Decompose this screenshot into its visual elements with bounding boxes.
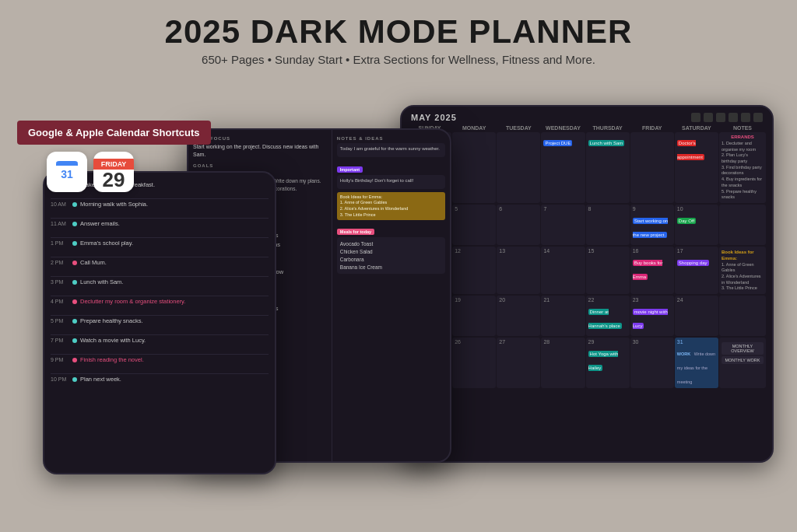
cell-w5-2: 26	[452, 338, 496, 388]
daily-dot	[72, 280, 77, 285]
daily-row-4pm: 4 PM Declutter my room & organize statio…	[51, 297, 269, 314]
day-wed: WEDNESDAY	[541, 125, 585, 131]
daily-dot	[72, 358, 77, 362]
goals-label: GOALS	[193, 163, 327, 168]
calendar-header: MAY 2025	[402, 107, 772, 125]
ctrl-1[interactable]	[691, 113, 700, 122]
calendar-weeks: Project DUE Lunch with Sam Doctor's appo…	[408, 132, 766, 388]
ctrl-3[interactable]	[716, 113, 725, 122]
week-3: 11 12 13 14 15 16 Buy books for Emma 17 …	[408, 247, 766, 294]
notes-week2	[719, 205, 766, 245]
event-newproject: Start working on the new project.	[633, 218, 668, 238]
cell-w5-6: 30	[630, 338, 674, 388]
ctrl-6[interactable]	[753, 113, 763, 122]
meals-badge: Meals for today	[337, 229, 374, 235]
apple-calendar-icon: Friday 29	[93, 152, 134, 192]
ctrl-5[interactable]	[741, 113, 750, 122]
monthly-overview-btn[interactable]: MONTHLY OVERVIEW	[722, 342, 764, 355]
week-4: 18 19 20 21 22 Dinner at Hannah's place …	[408, 296, 766, 336]
cell-w3-6: 16 Buy books for Emma	[630, 247, 674, 294]
header-section: 2025 DARK MODE PLANNER 650+ Pages • Sund…	[0, 0, 797, 66]
daily-dot	[72, 319, 77, 324]
daily-row-10pm: 10 PM Plan next week.	[51, 375, 269, 392]
cell-w4-3: 20	[497, 296, 540, 336]
daily-row-2pm: 2 PM Call Mum.	[51, 258, 269, 275]
day-headers: SUNDAY MONDAY TUESDAY WEDNESDAY THURSDAY…	[408, 125, 766, 131]
important-card: Holly's Birthday! Don't forget to call!	[337, 175, 445, 189]
cell-w1-5: Lunch with Sam	[586, 132, 630, 203]
event-dinner: Dinner at Hannah's place	[588, 309, 622, 329]
weekly-right: NOTES & IDEAS Today I am grateful for th…	[332, 130, 450, 461]
day-thu: THURSDAY	[586, 125, 630, 131]
event-books: Buy books for Emma	[633, 260, 663, 280]
daily-dot	[72, 338, 77, 343]
week-2: 4 5 6 7 8 9 Start working on the new pro…	[408, 205, 766, 245]
ctrl-4[interactable]	[729, 113, 738, 122]
event-doctor: Doctor's appointment	[677, 140, 704, 160]
cell-w4-5: 22 Dinner at Hannah's place	[586, 296, 630, 336]
svg-rect-2	[56, 164, 78, 166]
cell-w5-5: 29 Hot Yoga with Hailey	[586, 338, 630, 388]
cell-w2-2: 5	[452, 205, 496, 245]
daily-row-5pm: 5 PM Prepare healthy snacks.	[51, 317, 269, 334]
notes-week3: Book Ideas for Emma: 1. Anne of Green Ga…	[719, 247, 766, 294]
event-shopping: Shopping day	[677, 260, 709, 266]
notes-week1: ERRANDS 1. Declutter and organise my roo…	[719, 132, 766, 203]
daily-row-10am: 10 AM Morning walk with Sophia.	[51, 200, 269, 217]
event-dayoff: Day Off	[677, 218, 696, 224]
cell-w1-7: Doctor's appointment	[675, 132, 718, 203]
calendar-icons: 31 Friday 29	[47, 152, 134, 192]
week-1: Project DUE Lunch with Sam Doctor's appo…	[408, 132, 766, 203]
apple-cal-date: 29	[103, 170, 125, 192]
daily-dot	[72, 202, 77, 207]
cell-w4-7: 24	[675, 296, 718, 336]
daily-row-3pm: 3 PM Lunch with Sam.	[51, 278, 269, 295]
notes-label: NOTES & IDEAS	[337, 136, 445, 141]
book-list-card: Book Ideas for Emma: 1. Anne of Green Ga…	[337, 192, 445, 221]
daily-dot	[72, 299, 77, 304]
event-yoga: Hot Yoga with Hailey	[588, 351, 619, 371]
daily-dot	[72, 222, 77, 226]
meals-card: Avocado Toast Chicken Salad Carbonara Ba…	[337, 237, 445, 274]
event-project: Project DUE	[543, 140, 572, 146]
cell-w4-6: 23 movie night with Lucy	[630, 296, 674, 336]
daily-row-7pm: 7 PM Watch a movie with Lucy.	[51, 336, 269, 353]
cell-w5-7: 31 WORK Write down my ideas for the meet…	[675, 338, 718, 388]
cell-w4-4: 21	[541, 296, 585, 336]
cell-w4-2: 19	[452, 296, 496, 336]
monthly-overview-buttons: MONTHLY OVERVIEW MONTHLY WORK	[722, 342, 764, 364]
important-text: Holly's Birthday! Don't forget to call!	[340, 178, 442, 184]
cell-w3-5: 15	[586, 247, 630, 294]
event-lunch: Lunch with Sam	[588, 140, 625, 146]
cell-w1-4: Project DUE	[541, 132, 585, 203]
notes-week4	[719, 296, 766, 336]
cell-w2-5: 8	[586, 205, 630, 245]
day-sat: SATURDAY	[675, 125, 718, 131]
daily-dot	[72, 261, 77, 265]
main-focus-text: Start working on the project. Discuss ne…	[193, 143, 327, 159]
week-5: 25 26 27 28 29 Hot Yoga with Hailey 30 3…	[408, 338, 766, 388]
monthly-work-btn[interactable]: MONTHLY WORK	[722, 356, 764, 364]
cell-w2-7: 10 Day Off	[675, 205, 718, 245]
day-fri: FRIDAY	[630, 125, 674, 131]
notes-week5: MONTHLY OVERVIEW MONTHLY WORK	[719, 338, 766, 388]
important-badge: Important	[337, 166, 363, 173]
daily-planner-inner: 8 AM Wake up & have a breakfast. 10 AM M…	[44, 173, 275, 473]
cell-w1-3	[497, 132, 540, 203]
calendar-grid: SUNDAY MONDAY TUESDAY WEDNESDAY THURSDAY…	[402, 125, 772, 391]
svg-text:31: 31	[61, 168, 73, 180]
cell-w2-3: 6	[497, 205, 540, 245]
daily-planner-tablet: 8 AM Wake up & have a breakfast. 10 AM M…	[43, 171, 276, 474]
day-tue: TUESDAY	[497, 125, 540, 131]
cell-w2-6: 9 Start working on the new project.	[630, 205, 674, 245]
daily-row-1pm: 1 PM Emma's school play.	[51, 239, 269, 256]
cell-w3-3: 13	[497, 247, 540, 294]
gratitude-card: Today I am grateful for the warm sunny w…	[337, 143, 445, 157]
col-notes: NOTES	[719, 125, 766, 131]
cell-w3-2: 12	[452, 247, 496, 294]
cell-w5-3: 27	[497, 338, 540, 388]
calendar-controls	[691, 113, 763, 122]
ctrl-2[interactable]	[704, 113, 713, 122]
daily-row-11am: 11 AM Answer emails.	[51, 219, 269, 236]
monthly-calendar-tablet: MAY 2025 SUNDAY MONDAY TUESDAY WEDNESDAY…	[400, 105, 774, 463]
